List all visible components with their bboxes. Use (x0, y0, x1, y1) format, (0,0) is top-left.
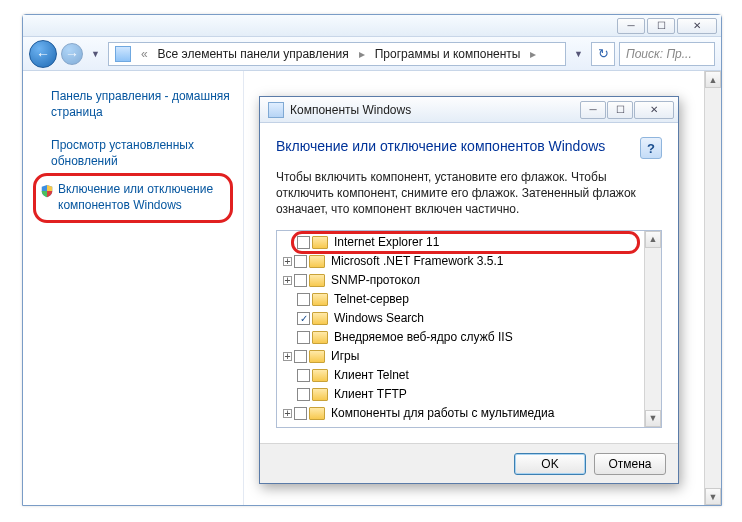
folder-icon (312, 331, 328, 344)
dialog-icon (268, 102, 284, 118)
sidebar-link-home[interactable]: Панель управления - домашняя страница (33, 85, 233, 124)
dialog-title: Компоненты Windows (290, 103, 580, 117)
folder-icon (309, 407, 325, 420)
dialog-body: Включение или отключение компонентов Win… (260, 123, 678, 436)
tree-row[interactable]: Клиент Telnet (277, 366, 644, 385)
shield-icon (40, 184, 54, 198)
breadcrumb-chevron-icon: ▸ (526, 47, 540, 61)
refresh-button[interactable]: ↻ (591, 42, 615, 66)
sidebar-item-label: Включение или отключение компонентов Win… (58, 182, 213, 212)
sidebar-item-label: Панель управления - домашняя страница (51, 89, 230, 119)
tree-row[interactable]: Внедряемое веб-ядро служб IIS (277, 328, 644, 347)
checkbox[interactable] (294, 350, 307, 363)
tree-row[interactable]: Internet Explorer 11 (277, 233, 644, 252)
checkbox[interactable] (294, 407, 307, 420)
breadcrumb-item[interactable]: Все элементы панели управления (158, 47, 349, 61)
folder-icon (312, 293, 328, 306)
sidebar-item-label: Просмотр установленных обновлений (51, 138, 194, 168)
tree-items: Internet Explorer 11+Microsoft .NET Fram… (277, 231, 644, 427)
folder-icon (312, 369, 328, 382)
scrollbar[interactable]: ▲ ▼ (704, 71, 721, 505)
folder-icon (312, 388, 328, 401)
history-dropdown-icon[interactable]: ▼ (87, 49, 104, 59)
close-button[interactable]: ✕ (677, 18, 717, 34)
help-button[interactable]: ? (640, 137, 662, 159)
folder-icon (309, 274, 325, 287)
tree-row[interactable]: +Игры (277, 347, 644, 366)
refresh-icon: ↻ (598, 46, 609, 61)
expand-icon[interactable]: + (283, 257, 292, 266)
back-button[interactable]: ← (29, 40, 57, 68)
tree-item-label: Клиент TFTP (330, 387, 407, 401)
ok-button[interactable]: OK (514, 453, 586, 475)
checkbox[interactable] (297, 369, 310, 382)
tree-row[interactable]: Telnet-сервер (277, 290, 644, 309)
sidebar: Панель управления - домашняя страница Пр… (23, 71, 243, 505)
maximize-button[interactable]: ☐ (647, 18, 675, 34)
dialog-close-button[interactable]: ✕ (634, 101, 674, 119)
checkbox[interactable] (294, 274, 307, 287)
sidebar-link-windows-features[interactable]: Включение или отключение компонентов Win… (33, 173, 233, 222)
sidebar-link-updates[interactable]: Просмотр установленных обновлений (33, 134, 233, 173)
cancel-button[interactable]: Отмена (594, 453, 666, 475)
minimize-button[interactable]: ─ (617, 18, 645, 34)
folder-icon (312, 236, 328, 249)
arrow-right-icon: → (65, 46, 79, 62)
breadcrumb-chevron-icon: ▸ (355, 47, 369, 61)
scroll-down-icon[interactable]: ▼ (705, 488, 721, 505)
expand-icon[interactable]: + (283, 352, 292, 361)
dialog-footer: OK Отмена (260, 443, 678, 483)
tree-row[interactable]: Windows Search (277, 309, 644, 328)
window-titlebar: ─ ☐ ✕ (23, 15, 721, 37)
tree-item-label: SNMP-протокол (327, 273, 420, 287)
search-placeholder: Поиск: Пр... (626, 47, 692, 61)
dialog-heading-row: Включение или отключение компонентов Win… (276, 137, 662, 159)
tree-row[interactable]: +Компоненты для работы с мультимедиа (277, 404, 644, 423)
breadcrumb-separator: « (137, 47, 152, 61)
tree-item-label: Microsoft .NET Framework 3.5.1 (327, 254, 504, 268)
checkbox[interactable] (297, 312, 310, 325)
folder-icon (312, 312, 328, 325)
features-tree: Internet Explorer 11+Microsoft .NET Fram… (276, 230, 662, 428)
folder-icon (309, 255, 325, 268)
address-dropdown-icon[interactable]: ▼ (570, 49, 587, 59)
dialog-titlebar[interactable]: Компоненты Windows ─ ☐ ✕ (260, 97, 678, 123)
tree-item-label: Внедряемое веб-ядро служб IIS (330, 330, 513, 344)
tree-item-label: Telnet-сервер (330, 292, 409, 306)
control-panel-icon (115, 46, 131, 62)
scroll-up-icon[interactable]: ▲ (645, 231, 661, 248)
dialog-heading: Включение или отключение компонентов Win… (276, 137, 628, 155)
checkbox[interactable] (297, 388, 310, 401)
checkbox[interactable] (294, 255, 307, 268)
expand-icon[interactable]: + (283, 276, 292, 285)
search-input[interactable]: Поиск: Пр... (619, 42, 715, 66)
address-bar[interactable]: « Все элементы панели управления ▸ Прогр… (108, 42, 566, 66)
scroll-up-icon[interactable]: ▲ (705, 71, 721, 88)
help-icon: ? (647, 141, 655, 156)
dialog-description: Чтобы включить компонент, установите его… (276, 169, 662, 218)
tree-scrollbar[interactable]: ▲ ▼ (644, 231, 661, 427)
dialog-minimize-button[interactable]: ─ (580, 101, 606, 119)
tree-item-label: Компоненты для работы с мультимедиа (327, 406, 554, 420)
forward-button[interactable]: → (61, 43, 83, 65)
tree-item-label: Windows Search (330, 311, 424, 325)
breadcrumb-item[interactable]: Программы и компоненты (375, 47, 521, 61)
checkbox[interactable] (297, 331, 310, 344)
tree-item-label: Internet Explorer 11 (330, 235, 439, 249)
arrow-left-icon: ← (36, 46, 50, 62)
tree-item-label: Игры (327, 349, 359, 363)
folder-icon (309, 350, 325, 363)
windows-features-dialog: Компоненты Windows ─ ☐ ✕ Включение или о… (259, 96, 679, 484)
tree-row[interactable]: Клиент TFTP (277, 385, 644, 404)
tree-row[interactable]: +Microsoft .NET Framework 3.5.1 (277, 252, 644, 271)
tree-row[interactable]: +SNMP-протокол (277, 271, 644, 290)
tree-item-label: Клиент Telnet (330, 368, 409, 382)
checkbox[interactable] (297, 293, 310, 306)
checkbox[interactable] (297, 236, 310, 249)
expand-icon[interactable]: + (283, 409, 292, 418)
dialog-maximize-button[interactable]: ☐ (607, 101, 633, 119)
scroll-down-icon[interactable]: ▼ (645, 410, 661, 427)
toolbar: ← → ▼ « Все элементы панели управления ▸… (23, 37, 721, 71)
